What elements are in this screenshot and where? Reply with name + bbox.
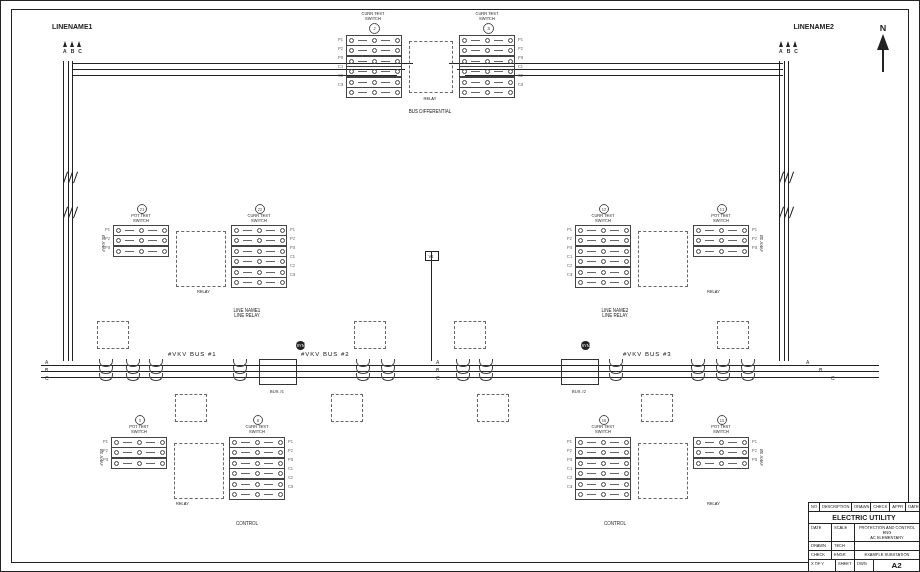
relay-midright: RELAY (707, 289, 720, 294)
syn-right: SYN (581, 341, 590, 350)
relay-box-midleft (176, 231, 226, 287)
relay-box-top (409, 41, 453, 93)
cur-test-block-lowright: P1P2P3C1C2C3 (575, 437, 631, 499)
bus-pt-2 (561, 359, 599, 385)
title-block: NO DESCRIPTION DRAWN CHECK APPR DATE ELE… (808, 502, 919, 571)
relay-box-midright (638, 231, 688, 287)
relay-lowleft: RELAY (176, 501, 189, 506)
lowright-pot-label: POT TEST SWITCH (711, 424, 730, 434)
midleft-cur-n: 22 (255, 204, 265, 214)
midleft-cur-label: CURR TEST SWITCH (248, 213, 271, 223)
lowright-pot-n: 15 (717, 415, 727, 425)
cur-test-block-midright: P1P2P3C1C2C3 (575, 225, 631, 287)
midright-caption: LINE NAME2 LINE RELAY (602, 308, 629, 318)
midright-cur-n: 12 (599, 204, 609, 214)
midright-cur-label: CURR TEST SWITCH (592, 213, 615, 223)
v1-label: V1 (429, 254, 434, 259)
test-switch-block-top-right: P1P2P3C1C2C3 (459, 35, 515, 97)
pot-test-block-midright: P1P2P3 (693, 225, 749, 256)
midleft-pot-label: POT TEST SWITCH (131, 213, 150, 223)
lowleft-pot-label: POT TEST SWITCH (129, 424, 148, 434)
compass-icon: N (877, 23, 889, 72)
top-switch2-label: CURR TEST SWITCH (476, 11, 499, 21)
bus1-label: #VKV BUS #1 (168, 351, 217, 357)
lowright-cur-n: 16 (599, 415, 609, 425)
company-name: ELECTRIC UTILITY (809, 512, 919, 523)
drawing-sheet: LINENAME1 LINENAME2 N ABC ABC CURR TEST … (0, 0, 920, 572)
midleft-caption: LINE NAME1 LINE RELAY (234, 308, 261, 318)
ct-prebox (97, 321, 129, 349)
pot-test-block-lowright: P1P2P3 (693, 437, 749, 468)
syn-left: SYN (296, 341, 305, 350)
midleft-pot-n: 21 (137, 204, 147, 214)
midright-pot-label: POT TEST SWITCH (711, 213, 730, 223)
linename-2: LINENAME2 (794, 23, 834, 30)
relay-box-lowleft (174, 443, 224, 499)
bus3-label: #VKV BUS #3 (623, 351, 672, 357)
relay-box-lowright (638, 443, 688, 499)
lowleft-cur-label: CURR TEST SWITCH (246, 424, 269, 434)
test-switch-block-top-left: P1P2P3C1C2C3 (346, 35, 402, 97)
lowleft-caption: CONTROL (236, 521, 258, 526)
relay-label-top: RELAY (424, 96, 437, 101)
lowleft-pot-n: 5 (135, 415, 145, 425)
phase-arrows-left: ABC (63, 41, 82, 54)
lowright-cur-label: CURR TEST SWITCH (592, 424, 615, 434)
sheet-id: A2 (874, 560, 919, 571)
linename-1: LINENAME1 (52, 23, 92, 30)
lowright-caption: CONTROL (604, 521, 626, 526)
bus2-label: #VKV BUS #2 (301, 351, 350, 357)
pot-test-block-midleft: P1P2P3 (113, 225, 169, 256)
relay-lowright: RELAY (707, 501, 720, 506)
relay-midleft: RELAY (197, 289, 210, 294)
phase-arrows-right: ABC (779, 41, 798, 54)
lowleft-cur-n: 6 (253, 415, 263, 425)
top-bubble-1: 2 (369, 23, 380, 34)
cur-test-block-lowleft: P1P2P3C1C2C3 (229, 437, 285, 499)
lowright-vert: #VKV 3Ø (759, 449, 764, 466)
cur-test-block-midleft: P1P2P3C1C2C3 (231, 225, 287, 287)
midright-pot-n: 11 (717, 204, 727, 214)
bus-diff-caption: BUS DIFFERENTIAL (409, 109, 452, 114)
bus-pt-1 (259, 359, 297, 385)
pot-test-block-lowleft: P1P2P3 (111, 437, 167, 468)
top-switch1-label: CURR TEST SWITCH (362, 11, 385, 21)
midleft-vert: #VKV 3Ø (101, 235, 106, 252)
midright-vert: #VKV 3Ø (759, 235, 764, 252)
lowleft-vert: #VKV 3Ø (99, 449, 104, 466)
top-bubble-2: 3 (483, 23, 494, 34)
